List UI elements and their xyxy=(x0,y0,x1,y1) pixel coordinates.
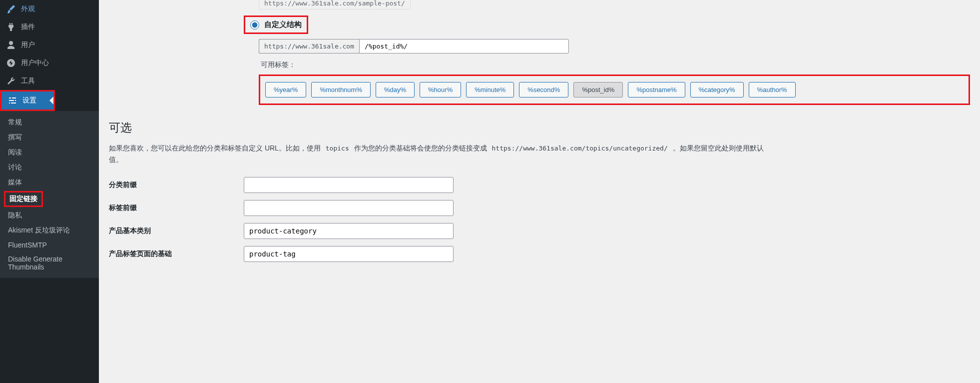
submenu-writing[interactable]: 撰写 xyxy=(0,130,99,145)
submenu-reading[interactable]: 阅读 xyxy=(0,145,99,160)
plug-icon xyxy=(6,22,16,32)
settings-submenu: 常规 撰写 阅读 讨论 媒体 固定链接 隐私 Akismet 反垃圾评论 Flu… xyxy=(0,111,99,278)
sidebar-item-settings[interactable]: 设置 xyxy=(0,90,55,111)
main-content: https://www.361sale.com/sample-post/ 自定义… xyxy=(99,0,980,383)
submenu-privacy[interactable]: 隐私 xyxy=(0,208,99,223)
sidebar-item-appearance[interactable]: 外观 xyxy=(0,0,99,18)
brush-icon xyxy=(6,4,16,14)
submenu-general[interactable]: 常规 xyxy=(0,115,99,130)
tag-prefix-label: 标签前缀 xyxy=(109,204,244,212)
sidebar-label: 设置 xyxy=(22,96,36,105)
sidebar-label: 外观 xyxy=(21,4,35,14)
sidebar-item-tools[interactable]: 工具 xyxy=(0,72,99,90)
submenu-permalinks[interactable]: 固定链接 xyxy=(4,191,43,207)
tag-button-monthnum[interactable]: %monthnum% xyxy=(311,82,371,98)
submenu-discussion[interactable]: 讨论 xyxy=(0,160,99,175)
submenu-media[interactable]: 媒体 xyxy=(0,175,99,190)
wrench-icon xyxy=(6,76,16,86)
sidebar-item-plugins[interactable]: 插件 xyxy=(0,18,99,36)
tag-button-hour[interactable]: %hour% xyxy=(420,82,461,98)
submenu-disable-thumbnails[interactable]: Disable Generate Thumbnails xyxy=(0,252,99,274)
sidebar-label: 用户 xyxy=(21,40,35,50)
category-prefix-input[interactable] xyxy=(244,177,454,193)
tag-button-category[interactable]: %category% xyxy=(690,82,744,98)
product-category-input[interactable] xyxy=(244,223,454,239)
custom-url-row: https://www.361sale.com xyxy=(259,39,970,54)
product-category-label: 产品基本类别 xyxy=(109,226,244,236)
available-tags-row: %year%%monthnum%%day%%hour%%minute%%seco… xyxy=(259,74,970,105)
sidebar-item-users[interactable]: 用户 xyxy=(0,36,99,54)
radio-custom-input[interactable] xyxy=(250,20,259,30)
tag-button-second[interactable]: %second% xyxy=(519,82,568,98)
user-icon xyxy=(6,40,16,50)
sample-url-display: https://www.361sale.com/sample-post/ xyxy=(259,0,411,10)
submenu-akismet[interactable]: Akismet 反垃圾评论 xyxy=(0,223,99,238)
radio-custom-structure[interactable]: 自定义结构 xyxy=(244,16,308,34)
url-prefix: https://www.361sale.com xyxy=(259,39,359,54)
submenu-fluentsmtp[interactable]: FluentSMTP xyxy=(0,238,99,252)
optional-description: 如果您喜欢，您可以在此给您的分类和标签自定义 URL。比如，使用 topics … xyxy=(109,142,970,165)
sidebar-label: 用户中心 xyxy=(21,58,49,68)
admin-sidebar: 外观 插件 用户 用户中心 工具 设置 常规 撰写 阅读 讨论 媒体 固定链接 xyxy=(0,0,99,383)
optional-form-table: 分类前缀 标签前缀 产品基本类别 产品标签页面的基础 xyxy=(109,177,970,262)
tag-button-post_id[interactable]: %post_id% xyxy=(573,82,623,98)
tag-button-minute[interactable]: %minute% xyxy=(466,82,514,98)
custom-structure-input[interactable] xyxy=(359,39,569,54)
product-tag-input[interactable] xyxy=(244,246,454,262)
tag-button-postname[interactable]: %postname% xyxy=(628,82,685,98)
sliders-icon xyxy=(7,96,17,106)
category-prefix-label: 分类前缀 xyxy=(109,180,244,190)
sidebar-item-usercenter[interactable]: 用户中心 xyxy=(0,54,99,72)
product-tag-label: 产品标签页面的基础 xyxy=(109,250,244,258)
dashboard-icon xyxy=(6,58,16,68)
tag-button-day[interactable]: %day% xyxy=(376,82,415,98)
sidebar-label: 工具 xyxy=(21,76,35,86)
optional-heading: 可选 xyxy=(109,120,970,136)
tag-button-author[interactable]: %author% xyxy=(749,82,796,98)
sidebar-label: 插件 xyxy=(21,22,35,32)
radio-custom-label: 自定义结构 xyxy=(264,20,302,30)
available-tags-label: 可用标签： xyxy=(259,60,298,70)
tag-prefix-input[interactable] xyxy=(244,200,454,216)
tag-button-year[interactable]: %year% xyxy=(265,82,306,98)
